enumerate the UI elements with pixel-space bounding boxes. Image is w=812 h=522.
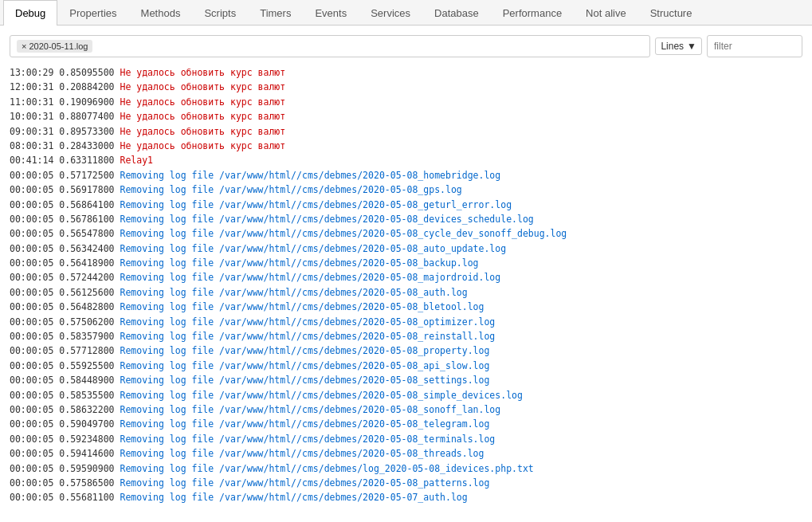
log-line: 00:00:05 0.58632200 Removing log file /v… — [10, 402, 802, 417]
tab-events[interactable]: Events — [303, 0, 359, 26]
log-text: Не удалось обновить курс валют — [120, 126, 285, 137]
filter-input[interactable] — [707, 35, 802, 57]
log-text: Removing log file /var/www/html//cms/deb… — [120, 434, 495, 445]
log-line: 00:00:05 0.56917800 Removing log file /v… — [10, 183, 802, 197]
log-line: 00:00:05 0.57506200 Removing log file /v… — [10, 315, 802, 329]
log-num: 0.56125600 — [59, 287, 120, 298]
log-time: 00:00:05 — [10, 287, 59, 298]
log-time: 00:00:05 — [10, 214, 59, 225]
file-tag: × 2020-05-11.log — [17, 40, 92, 53]
log-text: Removing log file /var/www/html//cms/deb… — [120, 360, 489, 371]
log-line: 00:00:05 0.57586500 Removing log file /v… — [10, 476, 802, 490]
tab-bar: DebugPropertiesMethodsScriptsTimersEvent… — [0, 0, 812, 26]
log-num: 0.63311800 — [59, 155, 120, 166]
log-time: 00:00:05 — [10, 199, 59, 210]
log-time: 11:00:31 — [10, 96, 59, 108]
tab-structure[interactable]: Structure — [638, 0, 704, 26]
log-num: 0.57244200 — [59, 272, 120, 283]
log-line: 12:00:31 0.20884200 Не удалось обновить … — [10, 80, 802, 94]
tab-performance[interactable]: Performance — [491, 0, 574, 26]
log-line: 10:00:31 0.88077400 Не удалось обновить … — [10, 109, 802, 124]
log-num: 0.56418900 — [59, 257, 120, 269]
log-time: 00:00:05 — [10, 345, 59, 356]
log-line: 00:00:05 0.59049700 Removing log file /v… — [10, 417, 802, 431]
log-text: Removing log file /var/www/html//cms/deb… — [120, 257, 478, 269]
log-text: Не удалось обновить курс валют — [120, 67, 285, 78]
log-num: 0.57586500 — [59, 477, 120, 489]
tag-close[interactable]: × — [22, 41, 26, 51]
log-text: Removing log file /var/www/html//cms/deb… — [120, 418, 489, 430]
filter-bar: × 2020-05-11.log Lines ▼ — [10, 35, 802, 57]
log-line: 00:00:05 0.56786100 Removing log file /v… — [10, 212, 802, 226]
log-num: 0.58448900 — [59, 375, 120, 386]
log-text: Не удалось обновить курс валют — [120, 81, 285, 92]
log-line: 00:00:05 0.57172500 Removing log file /v… — [10, 168, 802, 183]
log-line: 00:00:05 0.56342400 Removing log file /v… — [10, 241, 802, 256]
log-text: Removing log file /var/www/html//cms/deb… — [120, 228, 567, 239]
log-time: 00:00:05 — [10, 170, 59, 181]
log-time: 00:00:05 — [10, 301, 59, 312]
log-num: 0.56547800 — [59, 228, 120, 239]
log-num: 0.58357900 — [59, 331, 120, 342]
log-text: Removing log file /var/www/html//cms/deb… — [120, 404, 500, 415]
tab-properties[interactable]: Properties — [57, 0, 128, 26]
log-text: Removing log file /var/www/html//cms/deb… — [120, 272, 500, 283]
log-text: Не удалось обновить курс валют — [120, 111, 285, 122]
log-line: 00:00:05 0.58357900 Removing log file /v… — [10, 329, 802, 343]
log-text: Removing log file /var/www/html//cms/deb… — [120, 390, 522, 401]
tab-methods[interactable]: Methods — [129, 0, 193, 26]
log-num: 0.85095500 — [59, 67, 120, 78]
log-num: 0.58535500 — [59, 390, 120, 401]
log-num: 0.59234800 — [59, 434, 120, 445]
log-num: 0.59414600 — [59, 448, 120, 459]
log-text: Removing log file /var/www/html//cms/deb… — [120, 184, 461, 195]
tag-input-area[interactable]: × 2020-05-11.log — [10, 35, 650, 57]
log-text: Removing log file /var/www/html//cms/deb… — [120, 477, 489, 489]
tab-database[interactable]: Database — [422, 0, 491, 26]
log-line: 00:00:05 0.56482800 Removing log file /v… — [10, 300, 802, 314]
log-time: 00:00:05 — [10, 272, 59, 283]
log-time: 00:00:05 — [10, 228, 59, 239]
log-line: 00:00:05 0.59414600 Removing log file /v… — [10, 446, 802, 461]
log-line: 00:00:05 0.56864100 Removing log file /v… — [10, 198, 802, 212]
log-time: 00:00:05 — [10, 331, 59, 342]
log-time: 00:00:05 — [10, 360, 59, 371]
log-text: Removing log file /var/www/html//cms/deb… — [120, 170, 500, 181]
log-num: 0.55681100 — [59, 492, 120, 503]
tab-debug[interactable]: Debug — [3, 0, 57, 26]
log-time: 00:00:05 — [10, 390, 59, 401]
log-num: 0.88077400 — [59, 111, 120, 122]
log-line: 00:41:14 0.63311800 Relay1 — [10, 153, 802, 167]
lines-dropdown[interactable]: Lines ▼ — [655, 37, 702, 55]
log-time: 00:00:05 — [10, 463, 59, 474]
log-num: 0.28433000 — [59, 140, 120, 151]
log-time: 00:00:05 — [10, 448, 59, 459]
log-text: Relay1 — [120, 155, 153, 166]
log-text: Removing log file /var/www/html//cms/deb… — [120, 199, 512, 210]
log-time: 00:00:05 — [10, 492, 59, 503]
log-line: 00:00:05 0.58448900 Removing log file /v… — [10, 373, 802, 387]
log-num: 0.56786100 — [59, 214, 120, 225]
tab-timers[interactable]: Timers — [248, 0, 303, 26]
log-num: 0.56864100 — [59, 199, 120, 210]
log-time: 00:00:05 — [10, 184, 59, 195]
log-line: 09:00:31 0.89573300 Не удалось обновить … — [10, 124, 802, 139]
log-num: 0.19096900 — [59, 96, 120, 108]
log-line: 00:00:05 0.56418900 Removing log file /v… — [10, 256, 802, 270]
log-line: 00:00:05 0.57244200 Removing log file /v… — [10, 270, 802, 285]
tab-not-alive[interactable]: Not alive — [574, 0, 638, 26]
log-time: 00:00:05 — [10, 243, 59, 254]
log-line: 00:00:05 0.55925500 Removing log file /v… — [10, 359, 802, 373]
log-num: 0.20884200 — [59, 81, 120, 92]
log-num: 0.55925500 — [59, 360, 120, 371]
log-time: 00:00:05 — [10, 257, 59, 269]
tab-scripts[interactable]: Scripts — [192, 0, 248, 26]
log-num: 0.89573300 — [59, 126, 120, 137]
log-time: 12:00:31 — [10, 81, 59, 92]
log-time: 00:00:05 — [10, 375, 59, 386]
log-text: Removing log file /var/www/html//cms/deb… — [120, 448, 484, 459]
tab-services[interactable]: Services — [359, 0, 422, 26]
log-text: Removing log file /var/www/html//cms/deb… — [120, 316, 495, 328]
log-text: Removing log file /var/www/html//cms/deb… — [120, 287, 467, 298]
log-time: 09:00:31 — [10, 126, 59, 137]
